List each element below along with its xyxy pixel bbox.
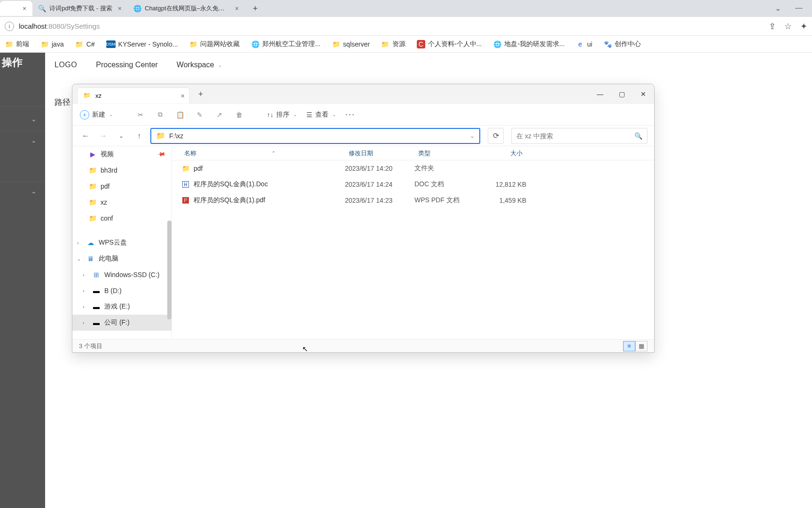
file-row[interactable]: 📁pdf 2023/6/17 14:20 文件夹: [172, 160, 654, 176]
nav-label: Workspace: [177, 61, 214, 69]
extensions-icon[interactable]: ✦: [800, 21, 807, 32]
column-type[interactable]: 类型: [414, 149, 475, 158]
close-icon[interactable]: ×: [23, 5, 26, 12]
view-button[interactable]: ☰ 查看 ⌄: [306, 111, 336, 119]
rename-icon[interactable]: ✎: [195, 110, 205, 120]
explorer-tab[interactable]: 📁 xz ×: [77, 87, 190, 103]
search-icon[interactable]: 🔍: [634, 132, 642, 140]
pin-icon: 📌: [156, 150, 166, 159]
column-date[interactable]: 修改日期: [345, 149, 414, 158]
url-port: :8080: [47, 22, 64, 30]
large-icons-button[interactable]: ▦: [635, 341, 648, 351]
file-row[interactable]: 🅆程序员的SQL金典(1).Doc 2023/6/17 14:24 DOC 文档…: [172, 176, 654, 192]
bookmark-item[interactable]: 🌐郑州航空工业管理...: [251, 40, 320, 48]
close-icon[interactable]: ×: [235, 5, 239, 12]
path-input[interactable]: [169, 132, 470, 140]
search-input[interactable]: [516, 132, 634, 140]
chevron-down-icon[interactable]: ⌄: [77, 256, 81, 262]
maximize-button[interactable]: ▢: [611, 84, 632, 104]
sort-button[interactable]: ↑↓ 排序 ⌄: [267, 111, 297, 119]
disk-icon: ▬: [92, 319, 101, 326]
bookmark-item[interactable]: 📁前端: [5, 40, 29, 48]
close-icon[interactable]: ×: [181, 92, 185, 100]
bookmark-item[interactable]: 📁问题网站收藏: [189, 40, 240, 48]
paste-icon[interactable]: 📋: [175, 110, 185, 120]
star-icon[interactable]: ☆: [784, 21, 792, 32]
sidebar-item[interactable]: ⌄: [0, 106, 45, 131]
close-icon[interactable]: ×: [118, 5, 122, 12]
bookmark-item[interactable]: 🐾创作中心: [603, 40, 641, 48]
tab-title: 诗词pdf免费下载 - 搜索: [49, 4, 112, 13]
chevron-right-icon[interactable]: ›: [77, 240, 78, 246]
file-name: pdf: [194, 165, 203, 172]
bookmark-item[interactable]: 📁C#: [75, 40, 95, 48]
chevron-right-icon[interactable]: ›: [83, 272, 84, 278]
bookmark-item[interactable]: 📁sqlserver: [332, 40, 370, 48]
bookmark-item[interactable]: 📁java: [40, 40, 64, 48]
copy-icon[interactable]: ⧉: [155, 110, 165, 120]
close-button[interactable]: ✕: [632, 84, 654, 104]
up-button[interactable]: ↑: [133, 129, 146, 143]
sidebar-item-drive-e[interactable]: ›▬游戏 (E:): [72, 299, 172, 315]
sidebar-item-bh3rd[interactable]: 📁bh3rd: [72, 162, 172, 178]
delete-icon[interactable]: 🗑: [234, 110, 244, 120]
chevron-right-icon[interactable]: ›: [83, 304, 84, 310]
more-button[interactable]: ···: [345, 110, 355, 119]
column-size[interactable]: 大小: [475, 149, 526, 158]
bookmark-item[interactable]: 🌐地盘-我的研发需求...: [493, 40, 564, 48]
column-name[interactable]: 名称⌃: [172, 149, 345, 158]
chevron-right-icon[interactable]: ›: [83, 320, 84, 325]
path-box[interactable]: 📁 ⌄: [150, 128, 480, 144]
url-display[interactable]: localhost:8080/SySettings: [19, 22, 769, 30]
bookmark-label: 郑州航空工业管理...: [262, 40, 320, 48]
nav-processing-center[interactable]: Processing Center: [96, 61, 158, 69]
sidebar-item-drive-d[interactable]: ›▬B (D:): [72, 283, 172, 299]
disk-icon: ▬: [92, 287, 101, 294]
bookmark-item[interactable]: DSMKYServer - Synolo...: [106, 40, 178, 48]
explorer-toolbar: + 新建 ⌄ ✂ ⧉ 📋 ✎ ↗ 🗑 ↑↓ 排序 ⌄ ☰ 查看 ⌄ ···: [72, 104, 654, 126]
share-icon[interactable]: ↗: [214, 110, 225, 120]
browser-tab-1[interactable]: 🔍 诗词pdf免费下载 - 搜索 ×: [32, 1, 128, 16]
sidebar-item-drive-f[interactable]: ›▬公司 (F:): [72, 315, 172, 331]
minimize-button[interactable]: —: [589, 84, 611, 104]
explorer-new-tab-button[interactable]: +: [194, 87, 208, 101]
history-dropdown[interactable]: ⌄: [115, 129, 128, 143]
chevron-right-icon[interactable]: ›: [83, 288, 84, 294]
sidebar-item-xz[interactable]: 📁xz: [72, 194, 172, 210]
explorer-titlebar[interactable]: 📁 xz × + — ▢ ✕: [72, 84, 654, 104]
sidebar-item-video[interactable]: ▶视频📌: [72, 146, 172, 162]
chevron-down-icon: ⌄: [31, 115, 37, 123]
browser-tab-0[interactable]: ×: [0, 1, 32, 16]
sidebar-item[interactable]: ⌃: [0, 182, 45, 206]
forward-button[interactable]: →: [97, 129, 110, 143]
folder-icon: 📁: [156, 131, 165, 140]
bookmark-item[interactable]: 📁资源: [381, 40, 406, 48]
sidebar-item-thispc[interactable]: ⌄🖥此电脑: [72, 251, 172, 267]
share-icon[interactable]: ⇪: [769, 21, 776, 32]
nav-workspace[interactable]: Workspace⌄: [177, 61, 222, 69]
tabs-dropdown-icon[interactable]: ⌄: [775, 4, 781, 13]
minimize-icon[interactable]: —: [795, 4, 803, 13]
chevron-down-icon[interactable]: ⌄: [470, 133, 475, 139]
sidebar-item[interactable]: ⌃: [0, 131, 45, 155]
browser-tab-2[interactable]: 🌐 Chatgpt在线网页版–永久免费使 ×: [128, 1, 245, 16]
sidebar-item-pdf[interactable]: 📁pdf: [72, 178, 172, 194]
back-button[interactable]: ←: [79, 129, 92, 143]
file-row[interactable]: 🅿程序员的SQL金典(1).pdf 2023/6/17 14:23 WPS PD…: [172, 192, 654, 208]
sidebar-item-conf[interactable]: 📁conf: [72, 210, 172, 226]
logo[interactable]: LOGO: [55, 61, 77, 69]
search-box[interactable]: 🔍: [511, 128, 648, 144]
bookmark-item[interactable]: C个人资料-个人中...: [417, 40, 482, 48]
details-view-button[interactable]: ≡: [623, 341, 635, 351]
scrollbar-thumb[interactable]: [167, 221, 172, 319]
refresh-button[interactable]: ⟳: [488, 128, 504, 144]
new-tab-button[interactable]: +: [249, 2, 262, 15]
new-button[interactable]: + 新建 ⌄: [80, 110, 113, 119]
bookmark-label: java: [52, 40, 64, 48]
sidebar-item-wps[interactable]: ›☁WPS云盘: [72, 235, 172, 251]
bookmark-item[interactable]: eui: [576, 40, 593, 48]
sidebar-item-drive-c[interactable]: ›⊞Windows-SSD (C:): [72, 267, 172, 283]
file-name: 程序员的SQL金典(1).Doc: [194, 180, 268, 189]
cut-icon[interactable]: ✂: [135, 110, 146, 120]
site-info-icon[interactable]: i: [5, 22, 14, 31]
